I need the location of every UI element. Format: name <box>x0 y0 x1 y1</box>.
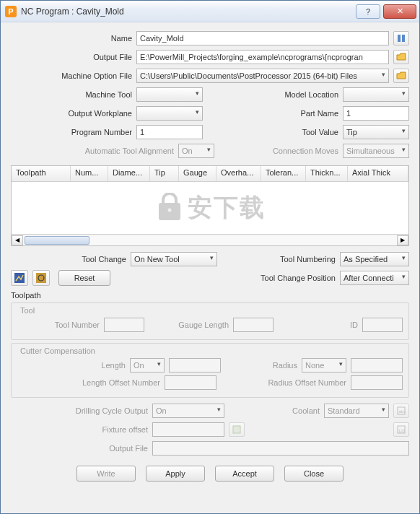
tool-numbering-select[interactable]: As Specified <box>340 252 409 266</box>
cc-radius-value <box>351 358 403 373</box>
svg-rect-2 <box>159 203 180 220</box>
toolpath-icon-1[interactable] <box>11 270 28 286</box>
name-label: Name <box>11 34 132 43</box>
th-tolerance[interactable]: Toleran... <box>261 166 306 181</box>
name-settings-icon[interactable] <box>393 31 409 45</box>
output-workplane-label: Output Workplane <box>11 109 132 118</box>
scroll-left-icon[interactable]: ◀ <box>12 235 23 245</box>
cc-length-value <box>169 358 221 373</box>
cutter-comp-fieldset: Cutter Compensation Length On Radius Non… <box>11 343 409 398</box>
cc-length-offset-label: Length Offset Number <box>17 378 160 387</box>
fixture-offset-label: Fixture offset <box>11 425 148 434</box>
toolpath-section-label: Toolpath <box>11 291 409 300</box>
tool-value-label: Tool Value <box>245 128 338 136</box>
drilling-select: On <box>152 404 224 418</box>
scrollbar-track[interactable] <box>23 235 397 245</box>
auto-tool-alignment-select: On <box>178 144 214 158</box>
th-overhang[interactable]: Overha... <box>216 166 261 181</box>
gauge-length-input <box>233 318 274 332</box>
tool-change-label: Tool Change <box>11 255 126 263</box>
tool-number-label: Tool Number <box>17 321 100 329</box>
watermark: 安下载 <box>154 191 266 225</box>
titlebar: P NC Program : Cavity_Mold ? ✕ <box>1 1 419 22</box>
close-button[interactable]: Close <box>284 466 344 482</box>
svg-text:abc: abc <box>399 409 406 414</box>
th-axial-thick[interactable]: Axial Thick <box>348 166 408 181</box>
fixture-params-icon: 123 <box>393 422 409 437</box>
svg-point-3 <box>168 209 172 212</box>
cc-radius-offset-input <box>351 375 403 390</box>
fixture-offset-input <box>152 422 224 437</box>
coolant-settings-icon: abc <box>393 404 409 418</box>
machine-tool-select[interactable] <box>136 87 203 102</box>
write-button: Write <box>76 466 136 482</box>
dialog-content: Name Output File Machine Option File C:\… <box>1 22 419 513</box>
close-window-button[interactable]: ✕ <box>383 4 416 19</box>
program-number-input[interactable] <box>136 125 203 139</box>
machine-tool-label: Machine Tool <box>11 90 132 99</box>
svg-text:123: 123 <box>398 429 405 433</box>
scroll-right-icon[interactable]: ▶ <box>397 235 408 245</box>
tool-id-input <box>362 318 403 332</box>
th-tip[interactable]: Tip <box>150 166 179 181</box>
th-gauge[interactable]: Gauge <box>179 166 216 181</box>
cc-radius-select: None <box>302 358 346 373</box>
tool-value-select[interactable]: Tip <box>343 125 409 139</box>
horizontal-scrollbar[interactable]: ◀ ▶ <box>12 234 408 245</box>
cc-radius-label: Radius <box>225 361 297 370</box>
coolant-select: Standard <box>324 404 389 418</box>
apply-button[interactable]: Apply <box>146 466 205 482</box>
program-number-label: Program Number <box>11 128 132 136</box>
svg-rect-0 <box>398 35 401 42</box>
browse-output-file-icon[interactable] <box>393 50 409 64</box>
name-input[interactable] <box>136 31 389 45</box>
connection-moves-select: Simultaneous <box>343 144 409 158</box>
toolpath-icon-2[interactable] <box>32 270 50 286</box>
cc-length-select: On <box>130 358 165 373</box>
part-name-input[interactable] <box>343 106 409 121</box>
part-name-label: Part Name <box>245 109 338 118</box>
tool-change-select[interactable]: On New Tool <box>131 252 217 266</box>
cc-radius-offset-label: Radius Offset Number <box>221 378 346 387</box>
connection-moves-label: Connection Moves <box>252 147 338 155</box>
tool-change-position-select[interactable]: After Connecti <box>340 271 409 285</box>
svg-rect-5 <box>36 273 46 283</box>
tool-id-label: ID <box>278 321 358 329</box>
auto-tool-alignment-label: Automatic Tool Alignment <box>11 147 174 155</box>
svg-rect-1 <box>402 35 405 42</box>
output-workplane-select[interactable] <box>136 106 203 121</box>
drilling-label: Drilling Cycle Output <box>11 406 148 415</box>
machine-option-file-select[interactable]: C:\Users\Public\Documents\PostProcessor … <box>136 69 389 83</box>
help-button[interactable]: ? <box>356 4 380 19</box>
th-thickness[interactable]: Thickn... <box>306 166 348 181</box>
reset-button[interactable]: Reset <box>58 270 110 286</box>
cc-length-offset-input <box>165 375 216 390</box>
tool-fieldset: Tool Tool Number Gauge Length ID <box>11 302 409 340</box>
output-file-label: Output File <box>11 53 132 61</box>
output-file-input[interactable] <box>136 50 389 64</box>
tool-numbering-label: Tool Numbering <box>249 255 336 263</box>
app-icon: P <box>5 6 17 17</box>
browse-machine-option-icon[interactable] <box>393 69 409 83</box>
accept-button[interactable]: Accept <box>215 466 274 482</box>
tool-legend: Tool <box>17 306 38 315</box>
th-diameter[interactable]: Diame... <box>108 166 150 181</box>
tp-output-file-label: Output File <box>11 444 148 453</box>
toolpath-table[interactable]: Toolpath Num... Diame... Tip Gauge Overh… <box>11 165 409 246</box>
th-toolpath[interactable]: Toolpath <box>12 166 71 181</box>
fixture-offset-icon <box>229 422 245 437</box>
window-controls: ? ✕ <box>356 4 419 19</box>
gauge-length-label: Gauge Length <box>149 321 229 329</box>
th-num[interactable]: Num... <box>71 166 108 181</box>
scrollbar-thumb[interactable] <box>25 236 89 245</box>
model-location-label: Model Location <box>245 90 338 99</box>
window-title: NC Program : Cavity_Mold <box>21 6 356 17</box>
table-header: Toolpath Num... Diame... Tip Gauge Overh… <box>12 166 408 182</box>
machine-option-file-label: Machine Option File <box>11 71 132 80</box>
cc-length-label: Length <box>17 361 126 370</box>
model-location-select[interactable] <box>343 87 409 102</box>
coolant-label: Coolant <box>229 406 320 415</box>
table-body: 安下载 <box>12 182 408 234</box>
dialog-buttons: Write Apply Accept Close <box>11 466 409 482</box>
cutter-comp-legend: Cutter Compensation <box>17 347 98 355</box>
